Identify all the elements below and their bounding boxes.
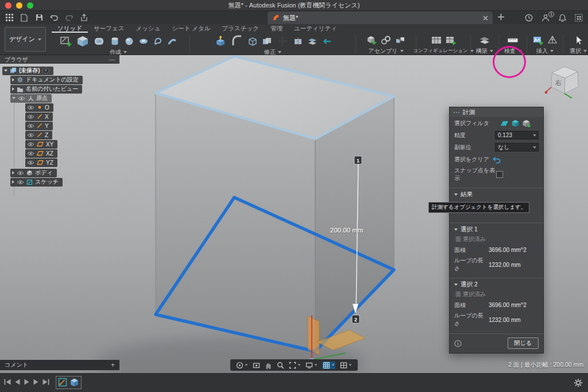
- box-right-face[interactable]: [315, 96, 394, 351]
- close-dialog-button[interactable]: 閉じる: [508, 337, 539, 349]
- chevron-down-icon[interactable]: [4, 69, 7, 72]
- minimize-button[interactable]: [16, 2, 22, 9]
- group-construct-label[interactable]: 構築: [476, 48, 493, 54]
- eye-icon[interactable]: [27, 142, 34, 147]
- selection2-section-header[interactable]: 選択 2: [450, 278, 543, 290]
- fullscreen-button[interactable]: [27, 2, 33, 9]
- user-avatar-icon[interactable]: 1: [541, 13, 550, 22]
- timeline-settings-gear-icon[interactable]: [573, 378, 583, 388]
- construction-plane-icon[interactable]: [478, 34, 491, 46]
- fit-tool[interactable]: [289, 362, 301, 369]
- shell-icon[interactable]: [246, 35, 259, 48]
- body-filter-icon[interactable]: [511, 119, 520, 127]
- redo-icon[interactable]: [64, 13, 74, 22]
- tree-item-axis-z[interactable]: Z: [25, 131, 52, 139]
- browser-header[interactable]: ブラウザ —: [0, 55, 119, 64]
- tree-item-plane-xz[interactable]: XZ: [25, 149, 57, 158]
- measure-icon[interactable]: [506, 34, 519, 46]
- eye-icon[interactable]: [27, 114, 34, 119]
- close-button[interactable]: [5, 2, 11, 9]
- selection1-section-header[interactable]: 選択 1: [450, 223, 543, 235]
- group-insert-label[interactable]: 挿入: [536, 48, 554, 54]
- eye-icon[interactable]: [27, 105, 34, 110]
- eye-icon[interactable]: [17, 170, 24, 176]
- group-modify-label[interactable]: 修正: [264, 49, 281, 55]
- undo-icon[interactable]: [49, 13, 59, 22]
- tree-item-document-settings[interactable]: ドキュメントの設定: [10, 76, 83, 84]
- skip-end-icon[interactable]: [42, 378, 50, 386]
- eye-icon[interactable]: [27, 151, 34, 156]
- selection-marker-2[interactable]: 2: [352, 315, 359, 323]
- tree-item-sketches[interactable]: スケッチ: [10, 178, 63, 187]
- configuration-table-icon[interactable]: [430, 34, 443, 46]
- joint-icon[interactable]: [380, 34, 392, 46]
- eye-icon[interactable]: [27, 160, 34, 165]
- grid-snap-tool[interactable]: [322, 362, 335, 369]
- tree-item-plane-xy[interactable]: XY: [25, 140, 57, 149]
- tree-item-origin-point[interactable]: O: [25, 103, 53, 112]
- coil-primitive-icon[interactable]: [152, 35, 164, 48]
- extensions-grid-icon[interactable]: [574, 13, 583, 22]
- show-snap-checkbox[interactable]: [496, 171, 503, 178]
- fillet-icon[interactable]: [230, 34, 245, 49]
- offset-face-icon[interactable]: [306, 35, 319, 48]
- play-icon[interactable]: [24, 378, 30, 386]
- rigid-group-icon[interactable]: [394, 34, 407, 46]
- new-tab-button[interactable]: [497, 13, 505, 22]
- combine-icon[interactable]: [261, 35, 273, 48]
- clock-icon[interactable]: [524, 13, 533, 22]
- group-select-label[interactable]: 選択: [570, 48, 587, 54]
- tree-item-named-views[interactable]: 名前の付いたビュー: [10, 85, 82, 94]
- step-forward-icon[interactable]: [33, 378, 39, 386]
- add-configuration-icon[interactable]: [444, 34, 457, 46]
- step-back-icon[interactable]: [14, 378, 21, 386]
- tree-item-axis-y[interactable]: Y: [25, 122, 53, 130]
- face-filter-icon[interactable]: [500, 119, 509, 127]
- tree-item-bodies[interactable]: ボディ: [10, 169, 57, 177]
- add-comment-icon[interactable]: +: [111, 362, 115, 368]
- look-at-tool[interactable]: [253, 362, 260, 369]
- skip-start-icon[interactable]: [3, 378, 11, 386]
- comment-bar[interactable]: コメント +: [0, 360, 119, 370]
- export-icon[interactable]: [79, 13, 88, 22]
- tab-plastic[interactable]: プラスチック: [216, 24, 265, 33]
- tab-mesh[interactable]: メッシュ: [130, 24, 166, 33]
- insert-mesh-icon[interactable]: [546, 34, 559, 46]
- create-form-icon[interactable]: [92, 34, 107, 49]
- tree-item-plane-yz[interactable]: YZ: [25, 158, 57, 167]
- selection-marker-1[interactable]: 1: [354, 156, 362, 164]
- torus-primitive-icon[interactable]: [137, 35, 150, 48]
- clear-selection-button[interactable]: [492, 156, 501, 164]
- tree-item-document[interactable]: (未保存): [2, 67, 53, 75]
- tab-close-icon[interactable]: [483, 15, 488, 21]
- create-sketch-icon[interactable]: [59, 34, 74, 49]
- eye-icon[interactable]: [18, 96, 25, 101]
- eye-icon[interactable]: [17, 180, 24, 185]
- zoom-tool[interactable]: [277, 362, 284, 369]
- box-primitive-icon[interactable]: [75, 34, 90, 49]
- info-icon[interactable]: [454, 340, 462, 347]
- group-inspect-label[interactable]: 検査: [504, 48, 521, 54]
- group-configure-label[interactable]: コンフィギュレーション: [413, 48, 474, 54]
- orbit-tool[interactable]: [236, 362, 248, 369]
- tab-utilities[interactable]: ユーティリティ: [288, 24, 343, 33]
- eye-icon[interactable]: [27, 123, 34, 129]
- select-cursor-icon[interactable]: [572, 34, 585, 46]
- tab-solid[interactable]: ソリッド: [52, 24, 88, 33]
- workspace-selector[interactable]: デザイン: [5, 27, 46, 52]
- new-component-icon[interactable]: [365, 34, 378, 46]
- box-feature-icon[interactable]: [69, 378, 79, 387]
- browser-collapse-icon[interactable]: —: [109, 57, 115, 63]
- component-filter-icon[interactable]: [522, 119, 531, 127]
- tab-surface[interactable]: サーフェス: [88, 24, 130, 33]
- canvas-icon[interactable]: [532, 34, 544, 46]
- results-section-header[interactable]: 結果: [450, 188, 543, 200]
- measure-dialog-header[interactable]: 計測: [450, 107, 543, 117]
- split-body-icon[interactable]: [292, 35, 304, 48]
- bell-icon[interactable]: [558, 13, 567, 22]
- tree-item-axis-x[interactable]: X: [25, 112, 53, 121]
- press-pull-icon[interactable]: [213, 34, 228, 49]
- new-document-icon[interactable]: [20, 13, 29, 22]
- display-settings-tool[interactable]: [305, 362, 318, 369]
- group-create-label[interactable]: 作成: [110, 49, 127, 55]
